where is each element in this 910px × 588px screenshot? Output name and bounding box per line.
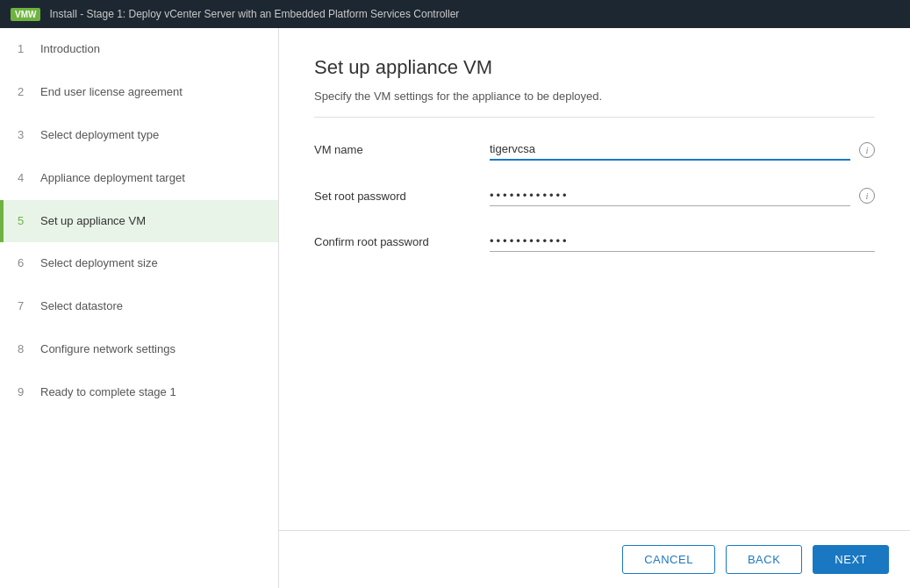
form-row-2: Confirm root password	[314, 231, 875, 252]
info-icon-0[interactable]: i	[859, 142, 875, 158]
form-row-1: Set root passwordi	[314, 185, 875, 206]
form-label-1: Set root password	[314, 190, 490, 203]
sidebar-item-8[interactable]: 8Configure network settings	[0, 328, 278, 371]
sidebar-item-1[interactable]: 1Introduction	[0, 28, 278, 71]
step-label-4: Appliance deployment target	[40, 171, 264, 186]
info-icon-1[interactable]: i	[859, 188, 875, 204]
app-logo: VMW	[11, 8, 40, 21]
form-label-2: Confirm root password	[314, 235, 490, 248]
step-label-9: Ready to complete stage 1	[40, 385, 264, 400]
step-number-7: 7	[18, 299, 32, 314]
step-number-1: 1	[18, 42, 32, 57]
step-label-2: End user license agreement	[40, 85, 264, 100]
step-number-3: 3	[18, 128, 32, 143]
step-number-2: 2	[18, 85, 32, 100]
step-label-8: Configure network settings	[40, 342, 264, 357]
step-label-6: Select deployment size	[40, 256, 264, 271]
sidebar-item-7[interactable]: 7Select datastore	[0, 285, 278, 328]
form-label-0: VM name	[314, 143, 490, 156]
form-input-wrap-1: i	[490, 185, 875, 206]
confirm-password-input[interactable]	[490, 231, 875, 252]
step-number-9: 9	[18, 385, 32, 400]
step-label-3: Select deployment type	[40, 128, 264, 143]
next-button[interactable]: NEXT	[813, 545, 889, 574]
cancel-button[interactable]: CANCEL	[622, 545, 715, 574]
title-bar-text: Install - Stage 1: Deploy vCenter Server…	[49, 8, 459, 20]
content-body: Set up appliance VM Specify the VM setti…	[279, 28, 910, 530]
sidebar: 1Introduction2End user license agreement…	[0, 28, 279, 588]
step-label-5: Set up appliance VM	[40, 214, 264, 229]
step-label-1: Introduction	[40, 42, 264, 57]
form-input-wrap-0: i	[490, 139, 875, 161]
page-title: Set up appliance VM	[314, 56, 875, 79]
step-number-6: 6	[18, 256, 32, 271]
form-row-0: VM namei	[314, 139, 875, 161]
sidebar-item-2[interactable]: 2End user license agreement	[0, 71, 278, 114]
page-subtitle: Specify the VM settings for the applianc…	[314, 90, 875, 118]
root-password-input[interactable]	[490, 185, 850, 206]
title-bar: VMW Install - Stage 1: Deploy vCenter Se…	[0, 0, 910, 28]
footer: CANCEL BACK NEXT	[279, 530, 910, 588]
step-number-5: 5	[18, 214, 32, 229]
form-input-wrap-2	[490, 231, 875, 252]
back-button[interactable]: BACK	[726, 545, 802, 574]
step-number-8: 8	[18, 342, 32, 357]
main-layout: 1Introduction2End user license agreement…	[0, 28, 910, 588]
sidebar-item-6[interactable]: 6Select deployment size	[0, 242, 278, 285]
sidebar-item-4[interactable]: 4Appliance deployment target	[0, 157, 278, 200]
sidebar-item-5[interactable]: 5Set up appliance VM	[0, 200, 278, 243]
vm-name-input[interactable]	[490, 139, 850, 161]
content-area: Set up appliance VM Specify the VM setti…	[279, 28, 910, 588]
step-number-4: 4	[18, 171, 32, 186]
form-section: VM nameiSet root passwordiConfirm root p…	[314, 139, 875, 252]
sidebar-item-3[interactable]: 3Select deployment type	[0, 114, 278, 157]
sidebar-item-9[interactable]: 9Ready to complete stage 1	[0, 371, 278, 414]
step-label-7: Select datastore	[40, 299, 264, 314]
